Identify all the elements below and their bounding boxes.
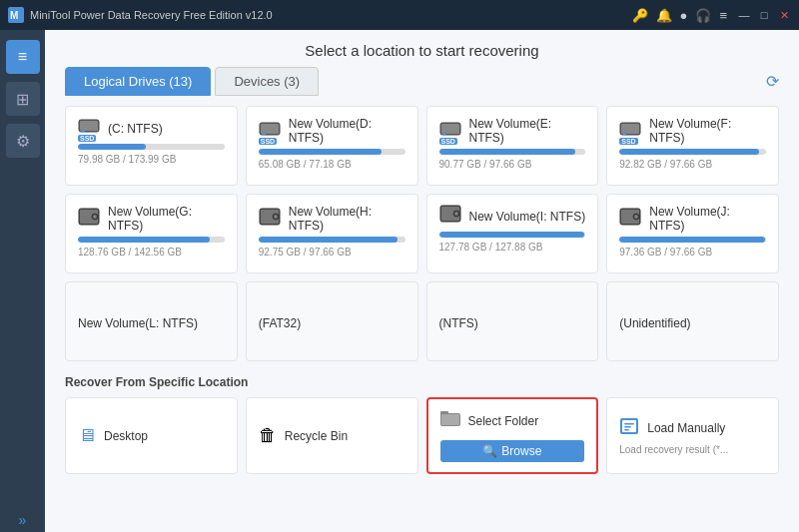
drive-name-c: (C: NTFS)	[108, 122, 163, 136]
recycle-row: 🗑 Recycle Bin	[259, 425, 348, 446]
svg-rect-10	[442, 133, 446, 135]
drives-area: SSD (C: NTFS) 79.98 GB / 173.99 GB	[45, 106, 799, 532]
load-manually-label: Load Manually	[647, 421, 725, 435]
svg-rect-32	[441, 414, 459, 425]
specific-card-recycle[interactable]: 🗑 Recycle Bin	[246, 397, 418, 474]
drive-bar-d	[259, 149, 405, 155]
specific-card-select-folder[interactable]: Select Folder 🔍 Browse	[426, 397, 599, 474]
hdd-icon-h	[259, 208, 281, 231]
svg-rect-36	[624, 426, 631, 428]
drive-bar-i	[439, 232, 586, 238]
drive-card-j[interactable]: New Volume(J: NTFS) 97.36 GB / 97.66 GB	[606, 194, 779, 273]
close-button[interactable]: ✕	[777, 8, 791, 22]
drive-name-h: New Volume(H: NTFS)	[289, 205, 405, 233]
specific-card-desktop[interactable]: 🖥 Desktop	[65, 397, 238, 474]
svg-rect-9	[441, 124, 459, 134]
select-folder-row: Select Folder	[440, 409, 539, 432]
svg-rect-12	[621, 124, 639, 134]
specific-location-title: Recover From Specific Location	[65, 375, 779, 389]
drive-card-f[interactable]: SSD New Volume(F: NTFS) 92.82 GB / 97.66…	[606, 106, 779, 186]
ssd-badge-d: SSD	[259, 138, 277, 145]
drive-card-c[interactable]: SSD (C: NTFS) 79.98 GB / 173.99 GB	[65, 106, 238, 186]
drive-card-i[interactable]: New Volume(I: NTFS) 127.78 GB / 127.88 G…	[426, 194, 599, 273]
headphone-icon[interactable]: 🎧	[695, 8, 711, 23]
drive-bar-fill-d	[259, 149, 382, 155]
disk-map-icon: ⊞	[16, 90, 29, 109]
hdd-icon-c: SSD	[78, 117, 100, 140]
drive-name-i: New Volume(I: NTFS)	[469, 210, 586, 224]
drive-bar-fill-i	[439, 232, 584, 238]
svg-rect-37	[624, 429, 629, 431]
drive-name-g: New Volume(G: NTFS)	[108, 205, 225, 233]
search-icon: 🔍	[482, 444, 497, 458]
drive-card-h[interactable]: New Volume(H: NTFS) 92.75 GB / 97.66 GB	[246, 194, 418, 273]
bell-icon[interactable]: 🔔	[656, 8, 672, 23]
tab-devices[interactable]: Devices (3)	[215, 67, 319, 96]
sidebar-item-settings[interactable]: ⚙	[6, 124, 40, 158]
drive-bar-e	[439, 149, 586, 155]
drive-name-fat32: (FAT32)	[259, 316, 301, 330]
hdd-icon-e: SSD	[439, 120, 461, 143]
drive-size-c: 79.98 GB / 173.99 GB	[78, 154, 225, 165]
specific-card-load-manually[interactable]: Load Manually Load recovery result (*...	[606, 397, 779, 474]
drive-card-d[interactable]: SSD New Volume(D: NTFS) 65.08 GB / 77.18…	[246, 106, 418, 186]
titlebar-icons: 🔑 🔔 ● 🎧 ≡	[632, 8, 727, 23]
hdd-icon-i	[439, 205, 461, 228]
settings-icon: ⚙	[16, 132, 30, 151]
main-content: Select a location to start recovering Lo…	[45, 30, 799, 532]
load-icon	[619, 417, 639, 440]
recycle-bin-icon: 🗑	[259, 425, 277, 446]
refresh-button[interactable]: ⟳	[766, 72, 779, 91]
specific-location-section: Recover From Specific Location 🖥 Desktop…	[65, 369, 779, 482]
drive-card-e[interactable]: SSD New Volume(E: NTFS) 90.77 GB / 97.66…	[426, 106, 599, 186]
drives-grid-row1: SSD (C: NTFS) 79.98 GB / 173.99 GB	[65, 106, 779, 186]
drive-card-g[interactable]: New Volume(G: NTFS) 128.76 GB / 142.56 G…	[65, 194, 238, 273]
tab-logical-drives[interactable]: Logical Drives (13)	[65, 67, 211, 96]
page-title: Select a location to start recovering	[45, 30, 799, 67]
drive-size-j: 97.36 GB / 97.66 GB	[619, 247, 766, 258]
drive-size-g: 128.76 GB / 142.56 GB	[78, 247, 225, 258]
maximize-button[interactable]: □	[757, 8, 771, 22]
folder-icon	[440, 409, 460, 432]
sidebar-item-disk-map[interactable]: ⊞	[6, 82, 40, 116]
svg-point-25	[454, 213, 457, 216]
svg-rect-3	[80, 121, 98, 131]
svg-point-17	[94, 215, 97, 218]
ssd-badge-f: SSD	[619, 138, 637, 145]
drive-size-f: 92.82 GB / 97.66 GB	[619, 159, 766, 170]
drive-size-e: 90.77 GB / 97.66 GB	[439, 159, 586, 170]
drive-name-unidentified: (Unidentified)	[619, 316, 690, 330]
menu-icon[interactable]: ≡	[719, 8, 727, 23]
user-icon[interactable]: ●	[680, 8, 688, 23]
tabs-row: Logical Drives (13) Devices (3) ⟳	[45, 67, 799, 96]
minimize-button[interactable]: —	[737, 8, 751, 22]
recycle-label: Recycle Bin	[285, 429, 348, 443]
sidebar-item-file-recovery[interactable]: ≡	[6, 40, 40, 74]
drive-size-i: 127.78 GB / 127.88 GB	[439, 242, 586, 253]
select-folder-label: Select Folder	[468, 414, 539, 428]
expand-button[interactable]: »	[15, 508, 31, 532]
svg-point-29	[635, 215, 638, 218]
drives-grid-row2: New Volume(G: NTFS) 128.76 GB / 142.56 G…	[65, 194, 779, 273]
ssd-badge-e: SSD	[439, 138, 457, 145]
load-manually-row: Load Manually	[619, 417, 725, 440]
drive-bar-fill-j	[619, 237, 764, 243]
drive-bar-fill-h	[259, 237, 398, 243]
drive-card-fat32[interactable]: (FAT32)	[246, 281, 418, 361]
key-icon[interactable]: 🔑	[632, 8, 648, 23]
hdd-icon-d: SSD	[259, 120, 281, 143]
drive-name-d: New Volume(D: NTFS)	[289, 117, 405, 145]
desktop-icon: 🖥	[78, 425, 96, 446]
drive-card-ntfs[interactable]: (NTFS)	[426, 281, 599, 361]
app-container: ≡ ⊞ ⚙ » Select a location to start recov…	[0, 30, 799, 532]
drive-size-h: 92.75 GB / 97.66 GB	[259, 247, 405, 258]
drive-bar-fill-f	[619, 149, 758, 155]
browse-button[interactable]: 🔍 Browse	[440, 440, 585, 462]
specific-location-grid: 🖥 Desktop 🗑 Recycle Bin	[65, 397, 779, 474]
drive-name-f: New Volume(F: NTFS)	[649, 117, 766, 145]
drive-card-l[interactable]: New Volume(L: NTFS)	[65, 281, 238, 361]
sidebar: ≡ ⊞ ⚙ »	[0, 30, 45, 532]
file-recovery-icon: ≡	[18, 48, 27, 66]
drive-bar-j	[619, 237, 766, 243]
drive-card-unidentified[interactable]: (Unidentified)	[606, 281, 779, 361]
